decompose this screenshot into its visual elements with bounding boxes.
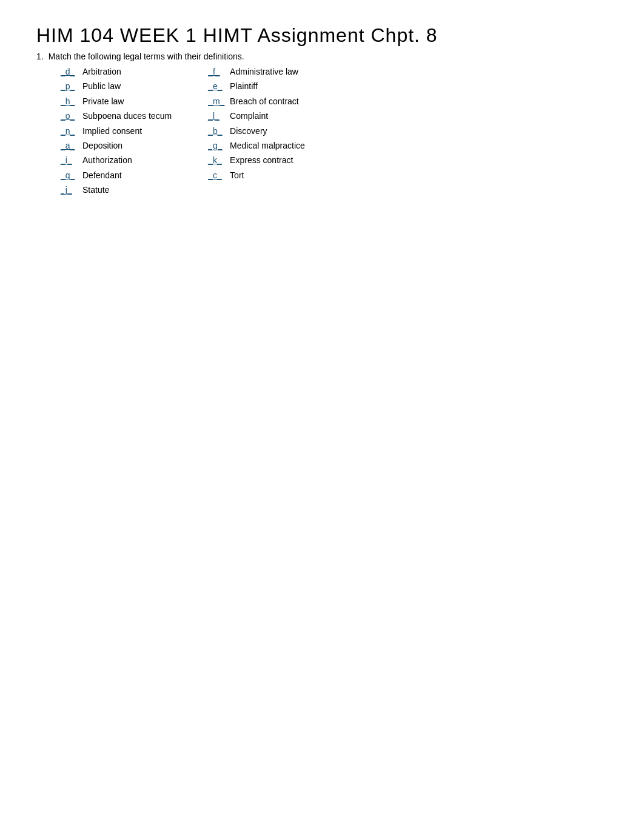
right-match-row: _l_Complaint — [208, 109, 305, 122]
left-match-row: _a_Deposition — [61, 139, 172, 152]
left-term-label: Arbitration — [82, 65, 121, 78]
left-answer-blank: _n_ — [61, 124, 78, 138]
right-term-label: Breach of contract — [230, 95, 299, 108]
right-match-row: _k_Express contract — [208, 153, 305, 167]
left-answer-blank: _j_ — [61, 183, 78, 196]
left-match-row: _j_Statute — [61, 183, 172, 196]
right-term-label: Tort — [230, 169, 244, 182]
right-match-row: _e_Plaintiff — [208, 79, 305, 93]
left-term-label: Statute — [82, 183, 109, 196]
left-column: _d_Arbitration_p_Public law_h_Private la… — [61, 65, 172, 197]
left-match-row: _p_Public law — [61, 79, 172, 93]
left-match-row: _d_Arbitration — [61, 65, 172, 78]
left-answer-blank: _p_ — [61, 79, 78, 93]
left-answer-blank: _h_ — [61, 95, 78, 108]
right-answer-blank: _c_ — [208, 169, 225, 182]
right-answer-blank: _m_ — [208, 95, 225, 108]
right-term-label: Administrative law — [230, 65, 298, 78]
left-answer-blank: _q_ — [61, 169, 78, 182]
left-term-label: Deposition — [82, 139, 122, 152]
left-term-label: Public law — [82, 79, 121, 93]
question-instruction: Match the following legal terms with the… — [49, 52, 244, 61]
right-answer-blank: _l_ — [208, 109, 225, 122]
left-answer-blank: _i_ — [61, 153, 78, 167]
right-term-label: Complaint — [230, 109, 268, 122]
left-term-label: Private law — [82, 95, 124, 108]
right-term-label: Express contract — [230, 153, 293, 167]
right-answer-blank: _b_ — [208, 124, 225, 138]
right-term-label: Medical malpractice — [230, 139, 305, 152]
right-answer-blank: _k_ — [208, 153, 225, 167]
right-match-row: _c_Tort — [208, 169, 305, 182]
right-answer-blank: _g_ — [208, 139, 225, 152]
right-match-row: _b_Discovery — [208, 124, 305, 138]
right-match-row: _g_Medical malpractice — [208, 139, 305, 152]
right-answer-blank: _f_ — [208, 65, 225, 78]
matching-container: _d_Arbitration_p_Public law_h_Private la… — [61, 65, 608, 197]
left-answer-blank: _a_ — [61, 139, 78, 152]
right-term-label: Discovery — [230, 124, 267, 138]
left-term-label: Subpoena duces tecum — [82, 109, 172, 122]
left-term-label: Implied consent — [82, 124, 142, 138]
question-number: 1. — [36, 52, 44, 61]
left-match-row: _q_Defendant — [61, 169, 172, 182]
left-term-label: Authorization — [82, 153, 132, 167]
right-answer-blank: _e_ — [208, 79, 225, 93]
left-match-row: _n_Implied consent — [61, 124, 172, 138]
left-match-row: _i_Authorization — [61, 153, 172, 167]
right-match-row: _m_Breach of contract — [208, 95, 305, 108]
left-match-row: _o_Subpoena duces tecum — [61, 109, 172, 122]
right-column: _f_Administrative law_e_Plaintiff_m_Brea… — [208, 65, 305, 197]
left-answer-blank: _d_ — [61, 65, 78, 78]
question-intro: 1. Match the following legal terms with … — [36, 52, 608, 61]
right-match-row: _f_Administrative law — [208, 65, 305, 78]
left-answer-blank: _o_ — [61, 109, 78, 122]
right-term-label: Plaintiff — [230, 79, 258, 93]
left-match-row: _h_Private law — [61, 95, 172, 108]
left-term-label: Defendant — [82, 169, 122, 182]
page-title: HIM 104 WEEK 1 HIMT Assignment Chpt. 8 — [36, 24, 608, 47]
